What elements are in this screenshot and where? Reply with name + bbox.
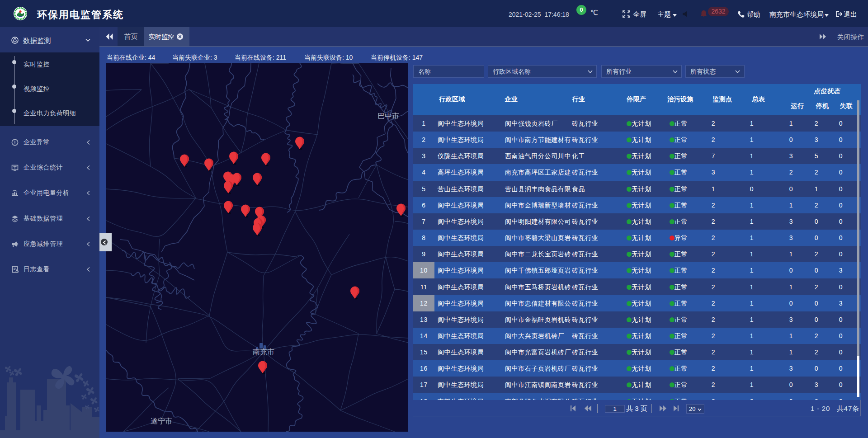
svg-text:巴中市: 巴中市	[377, 112, 399, 120]
svg-text:遂宁市: 遂宁市	[151, 417, 172, 425]
svg-text:南充市: 南充市	[253, 348, 274, 356]
